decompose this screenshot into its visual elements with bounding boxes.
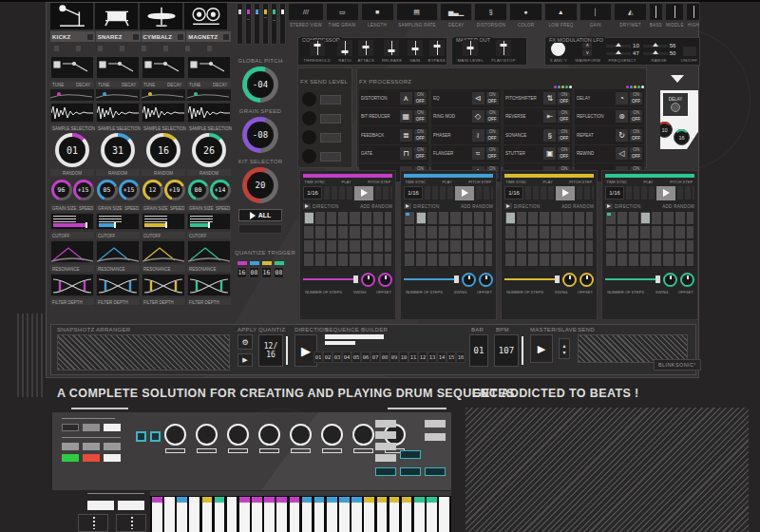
resonance-display[interactable] <box>187 240 231 263</box>
quantize-column[interactable]: 16 <box>237 261 247 278</box>
eq-band[interactable]: MIDDLE <box>665 3 685 34</box>
fx-send-amount-box[interactable] <box>320 133 341 142</box>
fx-off-label[interactable]: OFF <box>414 117 427 123</box>
fx-mini-module[interactable]: ▭ TIME GRAIN <box>326 3 359 34</box>
fx-mini-display[interactable]: ▅▃▁ <box>440 3 473 21</box>
filter-depth-display[interactable] <box>187 274 231 296</box>
fx-cell[interactable]: EQ ⊲ ON OFF <box>431 89 501 107</box>
fx-onoff-toggle[interactable]: ON OFF <box>630 110 642 123</box>
up-arrow-icon[interactable]: ▴ <box>562 342 565 349</box>
grain-size-knob[interactable]: 05 <box>97 180 118 200</box>
grain-speed-knob[interactable]: -08 <box>242 117 278 153</box>
master-out-slider[interactable]: MAIN LEVEL <box>455 40 485 64</box>
fx-cell[interactable]: REFLECTION ⊛ ON OFF <box>575 108 644 126</box>
mini-cells[interactable] <box>476 186 493 200</box>
lfo-xy[interactable]: X AND Y <box>548 42 569 64</box>
envelope-display[interactable] <box>50 89 94 101</box>
delay-chip[interactable]: DELAY <box>663 93 688 116</box>
direction-button[interactable] <box>504 203 512 209</box>
cutoff-bar[interactable] <box>99 223 115 227</box>
fx-on-label[interactable]: ON <box>558 110 570 116</box>
slider-control[interactable] <box>408 40 423 56</box>
filter-depth-display[interactable] <box>50 274 94 296</box>
fx-cell[interactable]: GATE ⊓ ON OFF <box>359 145 428 163</box>
tape-reels-icon[interactable] <box>184 3 227 29</box>
quantize-column[interactable]: 08 <box>274 261 284 278</box>
fx-send-amount-box[interactable] <box>320 114 341 124</box>
swing-knob[interactable] <box>562 273 577 287</box>
number-of-steps-slider[interactable] <box>404 278 459 280</box>
channel-fader[interactable] <box>271 3 277 45</box>
fx-on-label[interactable]: ON <box>486 147 499 153</box>
compressor-slider[interactable]: RATIO <box>337 40 352 64</box>
envelope-display[interactable] <box>187 89 231 101</box>
fx-cell[interactable]: PHASER ≀ ON OFF <box>431 126 501 144</box>
sequence-bar-long[interactable] <box>325 334 384 339</box>
fx-onoff-toggle[interactable]: ON OFF <box>558 147 570 160</box>
quantize-value[interactable]: 16 <box>237 267 247 278</box>
lfo-range[interactable]: 56 50 RANGE <box>643 43 676 64</box>
number-of-steps-slider[interactable] <box>303 278 358 280</box>
preset-box[interactable] <box>238 224 282 234</box>
fx-off-label[interactable]: OFF <box>630 117 642 123</box>
delay-paper-card[interactable]: DELAY 10 16 <box>660 90 698 149</box>
time-sync-value[interactable]: 1/16 <box>504 186 523 200</box>
grain-size-knob[interactable]: 96 <box>51 180 72 200</box>
play-all-button[interactable]: ALL <box>238 209 282 221</box>
cutoff-display[interactable] <box>142 213 185 230</box>
fx-off-label[interactable]: OFF <box>486 117 499 123</box>
channel-fader[interactable] <box>237 3 243 45</box>
fx-mini-module[interactable]: ▤ SAMPLING RATE <box>396 3 438 34</box>
slider-control[interactable] <box>496 40 511 56</box>
speed-knob[interactable]: +19 <box>164 180 185 200</box>
speed-knob[interactable]: +15 <box>119 180 140 200</box>
speed-knob[interactable]: +15 <box>73 180 94 200</box>
fx-on-label[interactable]: ON <box>486 92 499 98</box>
kick-icon[interactable] <box>50 3 93 29</box>
sequencer-play-button[interactable] <box>656 186 675 200</box>
fx-mini-display[interactable]: ◭ <box>614 3 647 21</box>
freq-slider[interactable] <box>606 52 631 55</box>
fx-off-label[interactable]: OFF <box>414 99 427 104</box>
waveform-display[interactable] <box>187 103 231 123</box>
sample-selector-knob[interactable]: 16 <box>146 133 180 167</box>
fx-cell[interactable]: REVERSE ⇤ ON OFF <box>504 108 573 126</box>
channel-fader[interactable] <box>262 3 269 45</box>
fx-send-knob[interactable] <box>302 111 316 125</box>
quantize-value[interactable]: 08 <box>274 267 284 278</box>
fx-mini-display[interactable]: § <box>474 3 507 21</box>
fader-cap[interactable] <box>264 10 267 14</box>
fx-on-label[interactable]: ON <box>414 92 427 98</box>
tune-decay-module[interactable] <box>96 56 140 79</box>
resonance-display[interactable] <box>50 240 94 263</box>
resonance-display[interactable] <box>96 240 140 263</box>
fx-send-amount-box[interactable] <box>320 95 341 104</box>
active-step-pad[interactable] <box>506 213 515 223</box>
fx-send-amount-box[interactable] <box>320 152 341 162</box>
waveform-display[interactable] <box>50 103 94 123</box>
fx-on-label[interactable]: ON <box>414 129 427 135</box>
swing-knob[interactable] <box>462 273 476 287</box>
instrument-label-cell[interactable]: MAGNETZ <box>186 31 231 42</box>
sample-selector-knob[interactable]: 31 <box>101 133 135 167</box>
fx-cell[interactable]: SONANCE § ON OFF <box>504 126 573 144</box>
master-slave-play-button[interactable]: ▶ <box>530 334 553 363</box>
grain-size-knob[interactable]: 12 <box>142 180 163 200</box>
down-arrow-icon[interactable]: ▾ <box>562 349 565 355</box>
fx-mini-display[interactable]: ▲ <box>544 3 578 21</box>
fx-onoff-toggle[interactable]: ON OFF <box>630 129 642 142</box>
fx-onoff-toggle[interactable]: ON OFF <box>630 147 642 160</box>
random-mode-bar[interactable]: RANDOM <box>50 169 94 176</box>
fx-off-label[interactable]: OFF <box>558 136 570 142</box>
time-sync-value[interactable]: 1/16 <box>303 186 322 200</box>
slider-control[interactable] <box>429 40 445 56</box>
slider-control[interactable] <box>384 40 399 56</box>
fx-onoff-toggle[interactable]: ON OFF <box>414 129 427 142</box>
sequencer-play-button[interactable] <box>455 186 474 200</box>
mini-cells[interactable] <box>677 186 694 200</box>
fx-onoff-toggle[interactable]: ON OFF <box>630 92 642 104</box>
tune-decay-module[interactable] <box>50 56 94 79</box>
fx-off-label[interactable]: OFF <box>486 154 499 160</box>
bpm-handle[interactable] <box>522 336 523 365</box>
cutoff-bar[interactable] <box>144 223 166 227</box>
